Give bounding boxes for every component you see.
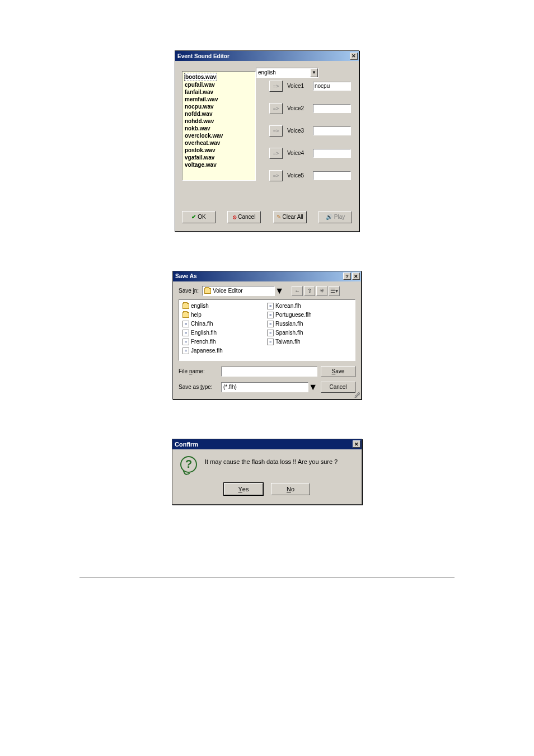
close-icon[interactable]: ✕ xyxy=(350,53,358,60)
voice-assign-row: =>Voice3 xyxy=(269,125,352,137)
play-button[interactable]: 🔊 Play xyxy=(318,211,352,223)
voice-assign-row: =>Voice2 xyxy=(269,102,352,115)
list-item[interactable]: english xyxy=(182,302,267,310)
file-icon: ≡ xyxy=(182,348,189,354)
close-icon[interactable]: ✕ xyxy=(352,273,360,280)
assign-button[interactable]: => xyxy=(269,103,283,114)
cancel-icon: ⦸ xyxy=(233,214,236,220)
question-icon: ? xyxy=(180,456,197,473)
file-icon: ≡ xyxy=(182,321,189,327)
list-item[interactable]: ≡Portuguese.flh xyxy=(267,311,352,319)
list-item[interactable]: bootos.wav xyxy=(185,73,253,81)
voice-assign-row: =>Voice4 xyxy=(269,147,352,159)
list-item[interactable]: help xyxy=(182,311,267,319)
list-item[interactable]: nohdd.wav xyxy=(185,118,253,125)
voice-value-field[interactable] xyxy=(313,104,351,113)
voice-assign-row: =>Voice1nocpu xyxy=(269,80,352,92)
window-title: Confirm xyxy=(175,441,198,448)
voice-value-field[interactable]: nocpu xyxy=(313,82,351,91)
ok-button-label: OK xyxy=(198,214,205,220)
list-item[interactable]: nofdd.wav xyxy=(185,110,253,118)
voice-value-field[interactable] xyxy=(313,171,351,180)
list-item[interactable]: memfail.wav xyxy=(185,96,253,103)
language-dropdown[interactable]: english ▼ xyxy=(256,68,318,78)
close-icon[interactable]: ✕ xyxy=(353,440,360,448)
save-in-dropdown[interactable]: Voice Editor ▼ xyxy=(202,286,284,296)
list-item[interactable]: overheat.wav xyxy=(185,139,253,147)
save-as-type-value: (*.flh) xyxy=(223,384,237,390)
file-icon: ≡ xyxy=(182,330,189,336)
confirm-dialog: Confirm ✕ ? It may cause the flash data … xyxy=(172,439,362,505)
list-item[interactable]: ≡Spanish.flh xyxy=(267,329,352,337)
new-folder-icon[interactable]: ✳ xyxy=(316,286,327,296)
chevron-down-icon[interactable]: ▼ xyxy=(308,382,317,392)
list-item[interactable]: ≡Japanese.flh xyxy=(182,347,267,355)
list-item[interactable]: fanfail.wav xyxy=(185,88,253,96)
list-item[interactable]: ≡Russian.flh xyxy=(267,320,352,328)
back-icon[interactable]: ← xyxy=(292,286,303,296)
list-item[interactable]: ≡Korean.flh xyxy=(267,302,352,310)
voice-assign-row: =>Voice5 xyxy=(269,170,352,182)
yes-button[interactable]: Yes xyxy=(224,483,263,495)
cancel-button[interactable]: ⦸ Cancel xyxy=(227,211,261,223)
list-item[interactable]: overclock.wav xyxy=(185,132,253,139)
help-icon[interactable]: ? xyxy=(343,273,351,280)
list-item[interactable]: ≡China.flh xyxy=(182,320,267,328)
play-button-label: Play xyxy=(334,214,345,220)
window-title: Event Sound Editor xyxy=(177,53,229,59)
voice-label: Voice3 xyxy=(287,128,308,134)
file-icon: ≡ xyxy=(182,339,189,345)
cancel-button[interactable]: Cancel xyxy=(321,382,355,393)
list-item[interactable]: postok.wav xyxy=(185,147,253,154)
assign-button[interactable]: => xyxy=(269,125,283,137)
no-button[interactable]: No xyxy=(271,483,310,495)
file-name-label: File name: xyxy=(179,368,218,374)
chevron-down-icon[interactable]: ▼ xyxy=(275,286,284,296)
chevron-down-icon[interactable]: ▼ xyxy=(310,68,318,77)
folder-icon xyxy=(182,303,189,309)
list-item[interactable]: vgafail.wav xyxy=(185,154,253,161)
voice-label: Voice5 xyxy=(287,172,308,179)
up-one-level-icon[interactable]: ⇧ xyxy=(304,286,315,296)
clear-all-button[interactable]: ✎ Clear All xyxy=(273,211,307,223)
resize-grip-icon[interactable] xyxy=(353,391,360,398)
eraser-icon: ✎ xyxy=(277,214,281,220)
cancel-button-label: Cancel xyxy=(238,214,255,220)
list-item[interactable]: ≡English.flh xyxy=(182,329,267,337)
wav-file-list[interactable]: bootos.wavcpufail.wavfanfail.wavmemfail.… xyxy=(182,71,256,181)
list-item[interactable]: cpufail.wav xyxy=(185,81,253,88)
voice-label: Voice4 xyxy=(287,150,308,156)
clear-all-button-label: Clear All xyxy=(283,214,303,220)
voice-label: Voice1 xyxy=(287,83,308,89)
language-dropdown-value: english xyxy=(256,69,310,76)
window-title: Save As xyxy=(175,273,197,279)
folder-icon xyxy=(182,312,189,318)
footer-rule xyxy=(79,577,455,579)
file-icon: ≡ xyxy=(267,303,274,309)
save-as-type-label: Save as type: xyxy=(179,384,218,390)
save-in-label: Save in: xyxy=(179,288,199,294)
list-item[interactable]: nokb.wav xyxy=(185,125,253,132)
confirm-message: It may cause the flash data loss !! Are … xyxy=(205,456,338,465)
file-icon: ≡ xyxy=(267,330,274,336)
check-icon: ✔ xyxy=(191,214,196,220)
save-button[interactable]: Save xyxy=(321,366,355,377)
voice-value-field[interactable] xyxy=(313,126,351,135)
title-bar: Event Sound Editor ✕ xyxy=(175,51,359,61)
assign-button[interactable]: => xyxy=(269,148,283,159)
file-icon: ≡ xyxy=(267,312,274,318)
view-menu-icon[interactable]: ☰▾ xyxy=(329,286,340,296)
list-item[interactable]: voltage.wav xyxy=(185,161,253,168)
file-icon: ≡ xyxy=(267,321,274,327)
file-list-area[interactable]: englishhelp≡China.flh≡English.flh≡French… xyxy=(179,299,355,361)
voice-value-field[interactable] xyxy=(313,149,351,158)
assign-button[interactable]: => xyxy=(269,170,283,181)
assign-button[interactable]: => xyxy=(269,81,283,92)
list-item[interactable]: ≡Taiwan.flh xyxy=(267,338,352,346)
list-item[interactable]: nocpu.wav xyxy=(185,103,253,110)
list-item[interactable]: ≡French.flh xyxy=(182,338,267,346)
file-name-input[interactable] xyxy=(221,367,317,377)
ok-button[interactable]: ✔ OK xyxy=(182,211,216,223)
save-as-type-dropdown[interactable]: (*.flh) xyxy=(221,382,308,392)
voice-label: Voice2 xyxy=(287,105,308,111)
